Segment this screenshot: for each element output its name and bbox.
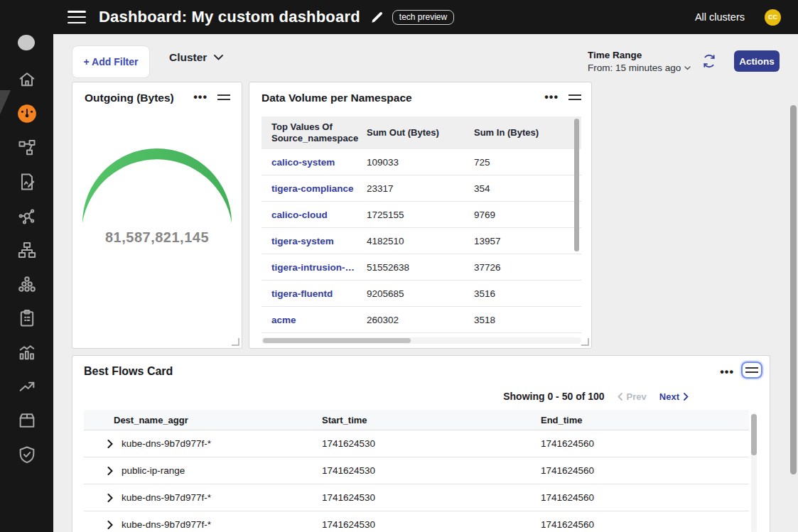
table-vertical-scrollbar[interactable] xyxy=(751,413,757,532)
chevron-right-icon xyxy=(684,393,689,401)
sidebar-nav xyxy=(0,63,53,472)
page-vertical-scrollbar[interactable] xyxy=(790,105,797,474)
expand-row-chevron-icon[interactable] xyxy=(107,521,113,529)
sidebar-item-network-nodes[interactable] xyxy=(0,199,53,233)
cluster-selector[interactable]: All clusters xyxy=(695,11,745,23)
card-drag-handle-icon[interactable] xyxy=(568,94,581,100)
expand-row-chevron-icon[interactable] xyxy=(107,440,113,448)
table-row: kube-dns-9b7d977f-* 1741624530 174162456… xyxy=(84,484,749,511)
namespace-link[interactable]: tigera-system xyxy=(271,236,367,246)
table-row: kube-dns-9b7d977f-* 1741624530 174162456… xyxy=(84,511,749,532)
card-menu-icon[interactable]: ••• xyxy=(193,94,207,101)
sidebar-item-endpoints[interactable] xyxy=(0,267,53,301)
dashboard-gauge-icon xyxy=(17,104,37,124)
sidebar-item-topology[interactable] xyxy=(0,233,53,267)
table-row: tigera-system 4182510 13957 xyxy=(261,228,581,254)
activity-chart-icon xyxy=(17,342,37,362)
sidebar-item-activity[interactable] xyxy=(0,335,53,369)
actions-button[interactable]: Actions xyxy=(734,50,780,72)
table-row: calico-cloud 1725155 9769 xyxy=(261,202,581,228)
page-title: Dashboard: My custom dashboard xyxy=(99,8,360,26)
table-header-row: Dest_name_aggr Start_time End_time xyxy=(84,410,749,430)
sum-out-value: 260302 xyxy=(367,315,474,325)
card-menu-icon[interactable]: ••• xyxy=(720,369,734,376)
card-drag-handle-icon xyxy=(745,367,758,373)
sidebar-item-workloads[interactable] xyxy=(0,403,53,438)
sidebar-item-policies[interactable] xyxy=(0,165,53,199)
hamburger-menu-icon[interactable] xyxy=(68,11,86,23)
sidebar-item-trending[interactable] xyxy=(0,369,53,403)
card-resize-handle[interactable] xyxy=(581,338,589,346)
sidebar-item-service-graph[interactable] xyxy=(0,131,53,165)
sidebar xyxy=(0,0,53,532)
sidebar-item-threat-defense[interactable] xyxy=(0,438,53,472)
chevron-left-icon xyxy=(618,393,622,401)
table-row: tigera-fluentd 9205685 3516 xyxy=(261,281,581,307)
best-flows-card-title: Best Flows Card xyxy=(84,365,173,378)
refresh-icon[interactable] xyxy=(702,54,716,71)
table-row: public-ip-range 1741624530 1741624560 xyxy=(84,457,749,484)
card-drag-handle-icon[interactable] xyxy=(217,94,230,100)
cluster-filter-label: Cluster xyxy=(169,51,207,64)
col-header-dest: Dest_name_aggr xyxy=(99,415,322,425)
table-row: acme 260302 3518 xyxy=(261,307,581,333)
chevron-down-icon xyxy=(214,55,223,60)
col-header-start-time: Start_time xyxy=(322,415,541,425)
pagination: Showing 0 - 50 of 100 Prev Next xyxy=(503,391,689,402)
time-range-text: From: 15 minutes ago xyxy=(588,63,681,73)
endpoints-cluster-icon xyxy=(17,274,37,294)
card-resize-handle[interactable] xyxy=(232,338,239,346)
end-time-value: 1741624560 xyxy=(541,492,749,503)
namespace-link[interactable]: tigera-compliance xyxy=(271,183,367,194)
namespace-link[interactable]: acme xyxy=(271,315,367,325)
network-nodes-icon xyxy=(17,206,37,226)
table-row: kube-dns-9b7d977f-* 1741624530 174162456… xyxy=(84,430,749,457)
namespace-link[interactable]: calico-system xyxy=(271,157,367,168)
col-header-end-time: End_time xyxy=(541,415,749,425)
namespace-link[interactable]: tigera-fluentd xyxy=(271,288,367,299)
dest-name: kube-dns-9b7d977f-* xyxy=(122,519,211,530)
user-avatar[interactable]: CC xyxy=(765,9,781,26)
add-filter-button[interactable]: + Add Filter xyxy=(72,45,150,78)
table-header-row: Top Values Of Source_namespace Sum Out (… xyxy=(261,116,581,149)
sidebar-item-compliance[interactable] xyxy=(0,301,53,335)
tech-preview-badge: tech preview xyxy=(392,10,454,25)
edit-pencil-icon[interactable] xyxy=(370,11,384,24)
next-page-button[interactable]: Next xyxy=(659,391,689,402)
outgoing-card-title: Outgoing (Bytes) xyxy=(85,92,174,104)
time-range-value[interactable]: From: 15 minutes ago xyxy=(588,63,691,73)
data-volume-card: Data Volume per Namespace ••• Top Values… xyxy=(249,82,592,349)
namespace-link[interactable]: calico-cloud xyxy=(271,210,367,220)
outgoing-bytes-card: Outgoing (Bytes) ••• 81,587,821,145 xyxy=(72,82,242,349)
top-bar: Dashboard: My custom dashboard tech prev… xyxy=(0,0,798,34)
sidebar-item-dashboard-active[interactable] xyxy=(0,97,53,131)
sum-in-value: 13957 xyxy=(474,236,581,246)
card-drag-handle-focused[interactable] xyxy=(741,362,762,379)
expand-row-chevron-icon[interactable] xyxy=(107,494,113,502)
col-header-namespace: Top Values Of Source_namespace xyxy=(271,121,367,145)
start-time-value: 1741624530 xyxy=(322,492,541,503)
chevron-down-icon xyxy=(684,66,691,70)
gauge-value: 81,587,821,145 xyxy=(72,229,242,246)
table-horizontal-scrollbar[interactable] xyxy=(261,337,581,344)
sum-in-value: 3518 xyxy=(474,315,581,325)
trending-arrow-icon xyxy=(17,376,37,396)
app-root: Dashboard: My custom dashboard tech prev… xyxy=(0,0,798,532)
sum-in-value: 3516 xyxy=(474,288,581,299)
cluster-filter-dropdown[interactable]: Cluster xyxy=(169,51,223,64)
home-icon xyxy=(17,70,37,89)
flows-table: Dest_name_aggr Start_time End_time kube-… xyxy=(84,410,749,532)
compliance-clipboard-icon xyxy=(17,308,37,328)
sum-in-value: 354 xyxy=(474,183,581,194)
time-range-label: Time Range xyxy=(588,50,691,60)
expand-row-chevron-icon[interactable] xyxy=(107,467,113,475)
start-time-value: 1741624530 xyxy=(322,438,541,449)
sum-in-value: 37726 xyxy=(474,262,581,273)
table-vertical-scrollbar[interactable] xyxy=(574,119,579,251)
card-menu-icon[interactable]: ••• xyxy=(544,94,559,101)
prev-page-button[interactable]: Prev xyxy=(618,391,647,402)
sum-out-value: 51552638 xyxy=(367,262,474,273)
sidebar-item-home[interactable] xyxy=(0,63,53,97)
namespace-link[interactable]: tigera-intrusion-d… xyxy=(271,262,367,273)
workloads-box-icon xyxy=(17,411,37,430)
